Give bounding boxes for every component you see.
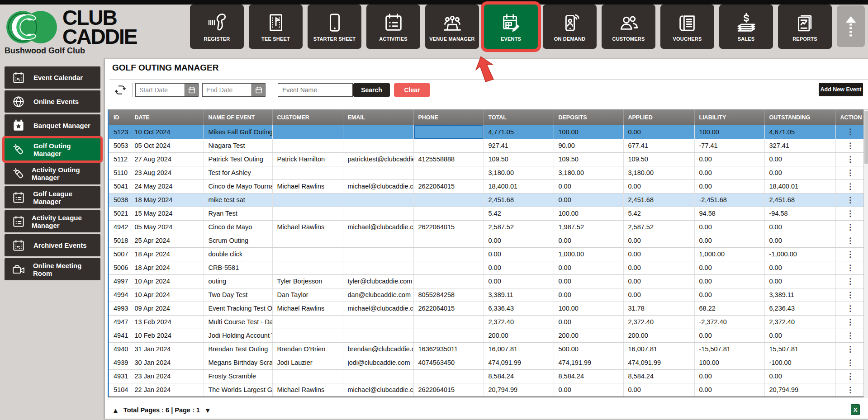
excel-export-icon[interactable]: X — [851, 404, 860, 415]
table-row[interactable]: 504124 May 2024Cinco de Mayo TournamentM… — [109, 179, 865, 193]
nav-button-events[interactable]: EVENTS — [484, 5, 538, 49]
nav-button-on-demand[interactable]: ON DEMAND — [543, 5, 597, 49]
row-actions-menu-icon[interactable]: ⋮ — [835, 139, 865, 152]
table-row[interactable]: 502115 May 2024Ryan Test5.42100.005.4294… — [109, 207, 865, 220]
cell-outstanding: 0.00 — [764, 220, 835, 234]
end-date-group — [202, 83, 266, 97]
table-row[interactable]: 511227 Aug 2024Patrick Test OutingPatric… — [109, 152, 865, 166]
column-header-customer[interactable]: CUSTOMER — [272, 109, 343, 125]
row-actions-menu-icon[interactable]: ⋮ — [835, 356, 865, 369]
table-row[interactable]: 494110 Feb 2024Jodi Holding Account Test… — [109, 329, 865, 342]
row-actions-menu-icon[interactable]: ⋮ — [835, 193, 865, 207]
cell-liability: 0.00 — [694, 234, 764, 247]
column-header-phone[interactable]: PHONE — [413, 109, 484, 125]
cell-name-of-event: Cinco de Mayo Tournament — [204, 179, 272, 193]
nav-button-reports[interactable]: REPORTS — [778, 5, 832, 49]
column-header-deposits[interactable]: DEPOSITS — [554, 109, 623, 125]
cell-total: 2,451.68 — [484, 193, 554, 207]
row-actions-menu-icon[interactable]: ⋮ — [835, 369, 865, 383]
venue-manager-icon — [442, 12, 463, 33]
column-header-total[interactable]: TOTAL — [484, 109, 554, 125]
table-scrollbar[interactable] — [863, 109, 868, 397]
scrollbar-thumb[interactable] — [864, 111, 868, 164]
nav-button-activities[interactable]: ACTIVITIES — [366, 5, 420, 49]
column-header-action[interactable]: ACTION — [835, 109, 865, 125]
table-row[interactable]: 500618 Apr 2024CRB-55810.000.000.000.000… — [109, 261, 865, 274]
row-actions-menu-icon[interactable]: ⋮ — [835, 247, 865, 261]
table-row[interactable]: 499710 Apr 2024outingTyler Borjessontyle… — [109, 274, 865, 288]
row-actions-menu-icon[interactable]: ⋮ — [835, 315, 865, 329]
column-header-liability[interactable]: LIABILITY — [694, 109, 764, 125]
page-up-icon[interactable]: ▲ — [112, 406, 119, 414]
row-actions-menu-icon[interactable]: ⋮ — [835, 342, 865, 356]
nav-button-customers[interactable]: CUSTOMERS — [602, 5, 655, 49]
scroll-top-button[interactable] — [837, 5, 865, 47]
column-header-outstanding[interactable]: OUTSTANDING — [764, 109, 835, 125]
row-actions-menu-icon[interactable]: ⋮ — [835, 125, 865, 139]
cell-applied: 3,180.00 — [623, 166, 694, 179]
add-new-event-button[interactable]: Add New Event — [819, 83, 863, 96]
column-header-email[interactable]: EMAIL — [343, 109, 413, 125]
table-row[interactable]: 494713 Feb 2024Multi Course Test - Dan2,… — [109, 315, 865, 329]
row-actions-menu-icon[interactable]: ⋮ — [835, 220, 865, 234]
cell-applied: 677.41 — [623, 139, 694, 152]
sidebar-item-banquet-manager[interactable]: Banquet Manager — [5, 114, 100, 137]
row-actions-menu-icon[interactable]: ⋮ — [835, 261, 865, 274]
nav-button-tee-sheet[interactable]: TEE SHEET — [249, 5, 303, 49]
sidebar-item-golf-league-manager[interactable]: Golf League Manager — [5, 186, 100, 208]
column-header-applied[interactable]: APPLIED — [623, 109, 694, 125]
row-actions-menu-icon[interactable]: ⋮ — [835, 234, 865, 247]
nav-button-starter-sheet[interactable]: STARTER SHEET — [308, 5, 361, 49]
table-row[interactable]: 494205 May 2024Cinco de MayoMichael Rawl… — [109, 220, 865, 234]
end-date-calendar-button[interactable] — [251, 84, 265, 96]
column-header-date[interactable]: DATE — [130, 109, 204, 125]
table-row[interactable]: 511023 Aug 2024Test for Ashley3,180.003,… — [109, 166, 865, 179]
table-row[interactable]: 493930 Jan 2024Megans Birthday ScrambleJ… — [109, 356, 865, 369]
row-actions-menu-icon[interactable]: ⋮ — [835, 274, 865, 288]
nav-button-register[interactable]: REGISTER — [190, 5, 244, 49]
page-down-icon[interactable]: ▼ — [204, 406, 211, 414]
row-actions-menu-icon[interactable]: ⋮ — [835, 329, 865, 342]
cell-deposits: 200.00 — [554, 329, 623, 342]
column-header-name-of-event[interactable]: NAME OF EVENT — [204, 109, 272, 125]
nav-button-vouchers[interactable]: VOUCHERS — [660, 5, 714, 49]
arrow-up-icon — [843, 14, 859, 38]
row-actions-menu-icon[interactable]: ⋮ — [835, 166, 865, 179]
table-row[interactable]: 512310 Oct 2024Mikes Fall Golf Outing4,7… — [109, 125, 865, 139]
row-actions-menu-icon[interactable]: ⋮ — [835, 302, 865, 315]
sidebar-item-event-calendar[interactable]: Event Calendar — [5, 66, 100, 89]
sidebar-item-activity-league-manager[interactable]: Activity League Manager — [5, 210, 100, 232]
clear-button[interactable]: Clear — [394, 83, 430, 97]
table-row[interactable]: 503818 May 2024mike test sat2,451.680.00… — [109, 193, 865, 207]
row-actions-menu-icon[interactable]: ⋮ — [835, 152, 865, 166]
table-row[interactable]: 499410 Apr 2024Two Day TestDan Taylordan… — [109, 288, 865, 302]
start-date-input[interactable] — [136, 84, 185, 96]
sidebar-item-activity-outing-manager[interactable]: Activity Outing Manager — [5, 162, 100, 184]
cell-date: 09 Apr 2024 — [130, 302, 204, 315]
table-row[interactable]: 505305 Oct 2024Niagara Test927.4190.0067… — [109, 139, 865, 152]
row-actions-menu-icon[interactable]: ⋮ — [835, 179, 865, 193]
row-actions-menu-icon[interactable]: ⋮ — [835, 383, 865, 396]
table-row[interactable]: 493123 Jan 2024Frosty Scramble8,584.248,… — [109, 369, 865, 383]
cell-customer — [272, 207, 343, 220]
sidebar-item-online-meeting-room[interactable]: Online Meeting Room — [5, 258, 100, 280]
column-header-id[interactable]: ID — [109, 109, 130, 125]
nav-button-venue-manager[interactable]: VENUE MANAGER — [425, 5, 479, 49]
table-row[interactable]: 500718 Apr 2024double click0.001,000.000… — [109, 247, 865, 261]
table-row[interactable]: 499309 Apr 2024Event Tracking Test Outin… — [109, 302, 865, 315]
table-row[interactable]: 510422 Jan 2024The Worlds Largest Golf O… — [109, 383, 865, 396]
nav-button-sales[interactable]: SALES — [719, 5, 773, 49]
row-actions-menu-icon[interactable]: ⋮ — [835, 207, 865, 220]
event-name-input[interactable] — [278, 83, 353, 97]
search-button[interactable]: Search — [353, 83, 390, 97]
table-row[interactable]: 494031 Jan 2024Brendan Test OutingBrenda… — [109, 342, 865, 356]
sidebar-item-label: Activity League Manager — [32, 214, 100, 229]
table-row[interactable]: 501825 Apr 2024Scrum Outing0.000.000.000… — [109, 234, 865, 247]
start-date-calendar-button[interactable] — [185, 84, 198, 96]
sidebar-item-archived-events[interactable]: Archived Events — [5, 234, 100, 256]
row-actions-menu-icon[interactable]: ⋮ — [835, 288, 865, 302]
sidebar-item-golf-outing-manager[interactable]: Golf Outing Manager — [5, 138, 100, 160]
end-date-input[interactable] — [203, 84, 251, 96]
sidebar-item-online-events[interactable]: Online Events — [5, 90, 100, 113]
refresh-button[interactable] — [114, 84, 127, 96]
